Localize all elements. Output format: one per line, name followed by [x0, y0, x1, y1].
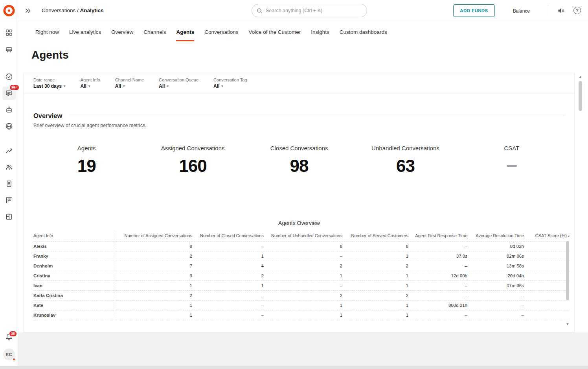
- scroll-up-arrow-icon[interactable]: ▲: [578, 75, 583, 79]
- metric-value: 160: [140, 156, 246, 176]
- horizontal-scrollbar[interactable]: [0, 366, 588, 369]
- metric-cell: 1: [342, 301, 408, 310]
- column-header-number-of-served-customers[interactable]: Number of Served Customers: [342, 231, 408, 242]
- column-header-number-of-assigned-conversations[interactable]: Number of Assigned Conversations: [116, 231, 192, 242]
- agents-table: Agent InfoNumber of Assigned Conversatio…: [33, 231, 570, 320]
- tab-conversations[interactable]: Conversations: [204, 29, 238, 41]
- filter-label: Conversation Tag: [213, 77, 247, 82]
- filter-conversation-tag: Conversation TagAll▾: [213, 77, 247, 89]
- search-input[interactable]: [266, 8, 362, 13]
- metric-cell: [524, 281, 570, 291]
- filter-value-dropdown[interactable]: All▾: [159, 83, 198, 89]
- chevron-down-icon: ▾: [88, 84, 90, 88]
- metric-cell: [524, 242, 570, 251]
- metric-cell: 880d 21h: [408, 301, 467, 310]
- filter-conversation-queue: Conversation QueueAll▾: [159, 77, 198, 89]
- sidebar-nav: 99+: [2, 23, 16, 223]
- global-search[interactable]: [252, 4, 367, 17]
- filter-value-dropdown[interactable]: All▾: [115, 83, 144, 89]
- table-body: Alexis8–88–8d 02hFranky21–137.0s02m 06sD…: [33, 242, 570, 320]
- sidebar-item-conversations[interactable]: 99+: [2, 87, 16, 100]
- metric-cell: 1: [116, 301, 192, 310]
- metric-cell: –: [264, 281, 342, 291]
- notifications-button[interactable]: 35: [5, 333, 13, 343]
- column-header-agent-first-response-time[interactable]: Agent First Response Time: [408, 231, 467, 242]
- tab-custom-dashboards[interactable]: Custom dashboards: [340, 29, 387, 41]
- metric-cell: –: [192, 291, 264, 301]
- sidebar-item-boards[interactable]: [2, 210, 16, 223]
- agent-name-cell: Cristina: [33, 271, 116, 281]
- sidebar-item-exchange[interactable]: [2, 120, 16, 133]
- metric-cell: 2: [264, 291, 342, 301]
- sidebar-item-people[interactable]: [2, 161, 16, 174]
- metric-cell: 2: [192, 271, 264, 281]
- filter-value-dropdown[interactable]: All▾: [213, 83, 247, 89]
- metric-cell: 1: [116, 310, 192, 320]
- metric-cell: 4: [192, 261, 264, 271]
- column-header-agent-info[interactable]: Agent Info: [33, 231, 116, 242]
- expand-sidebar-button[interactable]: [24, 7, 31, 14]
- metric-cell: [524, 271, 570, 281]
- tab-right-now[interactable]: Right now: [35, 29, 59, 41]
- scroll-down-arrow-icon[interactable]: ▼: [566, 322, 570, 326]
- overview-subtitle: Brief overview of crucial agent performa…: [33, 123, 565, 128]
- table-scrollbar-thumb[interactable]: [566, 241, 569, 300]
- page-title: Agents: [31, 49, 69, 61]
- metric-cell: 1: [192, 281, 264, 291]
- metric-value: 19: [33, 156, 140, 176]
- agent-row-karla-cristina: Karla Cristina2–22––: [33, 291, 570, 301]
- add-funds-button[interactable]: ADD FUNDS: [453, 4, 494, 17]
- metric-cell: –: [264, 251, 342, 261]
- mute-button[interactable]: [557, 7, 565, 15]
- line-chart-icon: [5, 147, 13, 155]
- help-button[interactable]: ?: [573, 7, 581, 14]
- filter-value-dropdown[interactable]: All▾: [81, 83, 100, 89]
- sidebar-bottom: 35 KC: [3, 333, 15, 360]
- filter-value: All: [159, 83, 165, 89]
- sidebar-item-moments[interactable]: [2, 70, 16, 83]
- avatar-initials: KC: [6, 352, 12, 357]
- metric-cell: –: [192, 310, 264, 320]
- filter-date-range: Date rangeLast 30 days▾: [33, 77, 66, 89]
- sidebar-item-analytics[interactable]: [2, 144, 16, 157]
- agents-table-wrap: Agent InfoNumber of Assigned Conversatio…: [33, 231, 570, 320]
- sidebar-item-channels[interactable]: [2, 42, 16, 56]
- tab-agents[interactable]: Agents: [176, 29, 194, 41]
- sidebar-item-answers[interactable]: [2, 103, 16, 116]
- metric-cell: –: [408, 242, 467, 251]
- tab-voice-of-the-customer[interactable]: Voice of the Customer: [248, 29, 301, 41]
- search-icon: [257, 8, 263, 14]
- brand-logo-icon[interactable]: [3, 5, 15, 17]
- sidebar-item-apps[interactable]: [2, 26, 16, 39]
- sidebar-item-forms[interactable]: [2, 177, 16, 190]
- column-header-average-resolution-time[interactable]: Average Resolution Time: [467, 231, 524, 242]
- topbar-divider: [548, 6, 548, 16]
- notifications-badge: 35: [9, 330, 17, 337]
- filter-label: Date range: [33, 77, 66, 82]
- filter-value-dropdown[interactable]: Last 30 days▾: [33, 83, 66, 89]
- table-scrollbar: ▼: [566, 241, 570, 325]
- sidebar-item-flows[interactable]: [2, 194, 16, 207]
- agent-row-ivan: Ivan11–1–07m 36s: [33, 281, 570, 291]
- agent-name-cell: Ivan: [33, 281, 116, 291]
- metric-cell: 1: [264, 310, 342, 320]
- metric-cell: 02m 06s: [467, 251, 524, 261]
- breadcrumb[interactable]: Conversations / Analytics: [42, 7, 104, 13]
- metric-csat: CSAT: [459, 145, 565, 176]
- column-header-number-of-closed-conversations[interactable]: Number of Closed Conversations: [192, 231, 264, 242]
- page-scrollbar-thumb[interactable]: [579, 81, 582, 111]
- column-header-number-of-unhandled-conversations[interactable]: Number of Unhandled Conversations: [264, 231, 342, 242]
- chevron-down-icon: ▾: [123, 84, 125, 88]
- agent-row-kate: Kate1–11880d 21h–: [33, 301, 570, 310]
- column-header-csat-score[interactable]: CSAT Score (%)▾: [524, 231, 570, 242]
- tab-live-analytics[interactable]: Live analytics: [69, 29, 101, 41]
- tab-insights[interactable]: Insights: [311, 29, 329, 41]
- tab-channels[interactable]: Channels: [143, 29, 166, 41]
- metric-cell: 37.0s: [408, 251, 467, 261]
- metric-cell: [524, 291, 570, 301]
- filter-value: All: [213, 83, 219, 89]
- avatar[interactable]: KC: [3, 349, 15, 360]
- metric-cell: [524, 310, 570, 320]
- check-circle-icon: [5, 73, 13, 81]
- tab-overview[interactable]: Overview: [111, 29, 133, 41]
